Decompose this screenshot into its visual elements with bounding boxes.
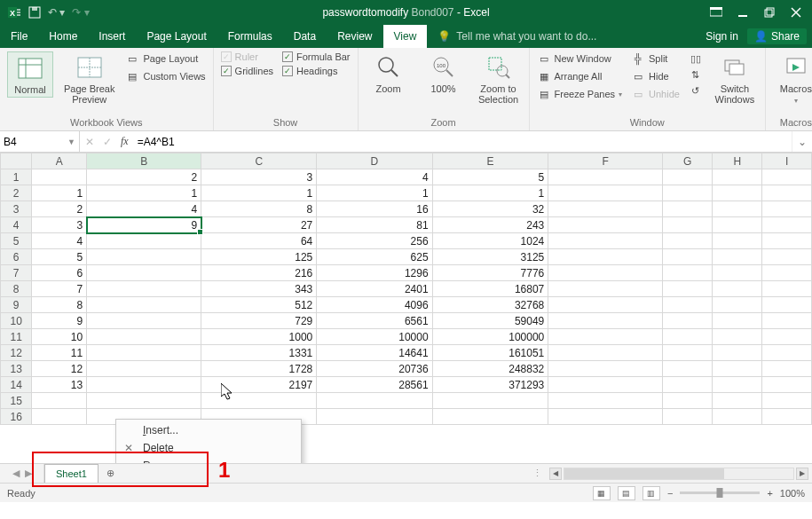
cell[interactable]: 6561 (317, 313, 432, 329)
cell[interactable] (32, 169, 87, 185)
column-header[interactable]: G (663, 153, 713, 169)
cell[interactable] (201, 393, 317, 409)
cell[interactable] (32, 409, 87, 425)
cell[interactable] (713, 265, 762, 281)
cell[interactable]: 256 (317, 233, 432, 249)
cell[interactable]: 625 (317, 249, 432, 265)
cell[interactable]: 1 (432, 185, 548, 201)
cell[interactable]: 1 (32, 185, 87, 201)
cell[interactable] (548, 217, 663, 233)
select-all-cell[interactable] (1, 153, 32, 169)
cell[interactable] (663, 249, 713, 265)
cell[interactable] (548, 377, 663, 393)
cell[interactable] (762, 297, 812, 313)
cell[interactable] (548, 201, 663, 217)
cell[interactable]: 9 (32, 313, 87, 329)
undo-icon[interactable]: ↶ ▾ (48, 6, 65, 19)
cell[interactable] (548, 409, 663, 425)
cell[interactable] (762, 233, 812, 249)
cell[interactable] (548, 313, 663, 329)
close-icon[interactable] (787, 4, 805, 21)
sync-scroll-button[interactable]: ⇅ (689, 67, 703, 82)
cell[interactable] (432, 393, 548, 409)
cell[interactable] (548, 169, 663, 185)
cell[interactable]: 4 (317, 169, 432, 185)
cell[interactable]: 216 (201, 265, 317, 281)
cell[interactable]: 1331 (201, 345, 317, 361)
cell[interactable]: 371293 (432, 377, 548, 393)
row-header[interactable]: 14 (1, 377, 32, 393)
page-break-preview-button[interactable]: Page Break Preview (62, 51, 116, 106)
tab-home[interactable]: Home (38, 25, 88, 48)
cell[interactable] (317, 393, 432, 409)
menu-delete[interactable]: ✕Delete (116, 439, 301, 457)
minimize-icon[interactable] (734, 4, 752, 21)
cell[interactable] (548, 233, 663, 249)
cell[interactable] (713, 249, 762, 265)
cell[interactable]: 13 (32, 377, 87, 393)
cell[interactable] (87, 393, 201, 409)
cell[interactable] (713, 393, 762, 409)
cell[interactable]: 161051 (432, 345, 548, 361)
cell[interactable]: 9 (87, 217, 201, 233)
cell[interactable] (548, 361, 663, 377)
cell[interactable]: 1296 (317, 265, 432, 281)
cell[interactable]: 32 (432, 201, 548, 217)
cell[interactable] (87, 345, 201, 361)
zoom-selection-button[interactable]: Zoom to Selection (476, 51, 522, 106)
column-header[interactable]: H (713, 153, 762, 169)
cell[interactable]: 10 (32, 329, 87, 345)
gridlines-checkbox[interactable]: ✓Gridlines (221, 66, 273, 76)
macros-button[interactable]: Macros▾ (773, 51, 812, 108)
split-button[interactable]: ╬Split (631, 51, 680, 66)
cell[interactable]: 59049 (432, 313, 548, 329)
cell[interactable] (762, 377, 812, 393)
cell[interactable] (713, 185, 762, 201)
name-box-input[interactable] (4, 136, 57, 148)
column-header[interactable]: I (762, 153, 812, 169)
tab-review[interactable]: Review (327, 25, 382, 48)
save-icon[interactable] (28, 6, 41, 19)
cell[interactable] (548, 185, 663, 201)
cell[interactable]: 64 (201, 233, 317, 249)
fx-icon[interactable]: fx (121, 135, 129, 148)
cell[interactable] (548, 281, 663, 297)
cell[interactable]: 8 (201, 201, 317, 217)
cell[interactable]: 8 (32, 297, 87, 313)
cell[interactable]: 2197 (201, 377, 317, 393)
cell[interactable]: 100000 (432, 329, 548, 345)
zoom-out-icon[interactable]: − (667, 488, 673, 499)
name-box-dropdown-icon[interactable]: ▼ (67, 138, 75, 146)
ribbon-options-icon[interactable] (707, 4, 725, 21)
cell[interactable]: 125 (201, 249, 317, 265)
tab-page-layout[interactable]: Page Layout (136, 25, 217, 48)
cell[interactable] (87, 377, 201, 393)
cell[interactable]: 6 (32, 265, 87, 281)
column-header[interactable]: D (317, 153, 432, 169)
cell[interactable] (762, 313, 812, 329)
cell[interactable]: 32768 (432, 297, 548, 313)
formula-input[interactable] (138, 136, 786, 148)
cell[interactable]: 5 (32, 249, 87, 265)
cell[interactable] (663, 281, 713, 297)
cell[interactable]: 4 (87, 201, 201, 217)
cell[interactable] (548, 345, 663, 361)
column-header[interactable]: A (32, 153, 87, 169)
cell[interactable]: 1728 (201, 361, 317, 377)
row-header[interactable]: 13 (1, 361, 32, 377)
cell[interactable]: 1 (87, 185, 201, 201)
row-header[interactable]: 16 (1, 409, 32, 425)
cell[interactable] (87, 265, 201, 281)
cell[interactable] (663, 393, 713, 409)
cell[interactable] (762, 281, 812, 297)
custom-views-button[interactable]: ▤Custom Views (125, 69, 205, 83)
zoom-level[interactable]: 100% (780, 488, 805, 499)
cell[interactable]: 12 (32, 361, 87, 377)
cell[interactable]: 7776 (432, 265, 548, 281)
tab-insert[interactable]: Insert (88, 25, 136, 48)
row-header[interactable]: 4 (1, 217, 32, 233)
spreadsheet-grid[interactable]: ABCDEFGHI1234521111132481632439278124354… (0, 153, 812, 463)
cell[interactable]: 7 (32, 281, 87, 297)
cell[interactable] (762, 393, 812, 409)
cell[interactable] (713, 297, 762, 313)
